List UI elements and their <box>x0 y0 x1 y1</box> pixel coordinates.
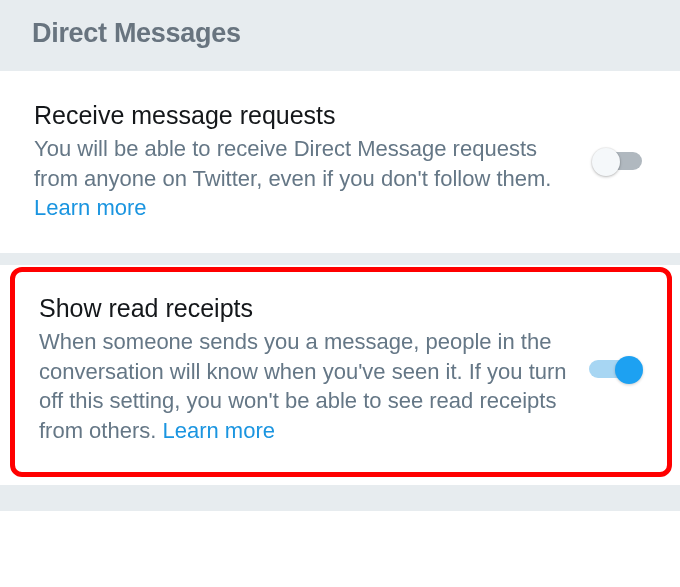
setting-receive-requests: Receive message requests You will be abl… <box>0 71 680 253</box>
read-receipts-toggle[interactable] <box>589 352 645 388</box>
toggle-knob <box>615 356 643 384</box>
setting-text: Receive message requests You will be abl… <box>34 101 574 223</box>
setting-description: When someone sends you a message, people… <box>39 327 569 446</box>
learn-more-link[interactable]: Learn more <box>34 195 147 220</box>
settings-header: Direct Messages <box>0 0 680 71</box>
setting-read-receipts: Show read receipts When someone sends yo… <box>10 267 672 477</box>
setting-description: You will be able to receive Direct Messa… <box>34 134 574 223</box>
setting-description-text: You will be able to receive Direct Messa… <box>34 136 551 191</box>
learn-more-link[interactable]: Learn more <box>162 418 275 443</box>
setting-title: Receive message requests <box>34 101 574 130</box>
setting-description-text: When someone sends you a message, people… <box>39 329 567 443</box>
setting-title: Show read receipts <box>39 294 569 323</box>
setting-text: Show read receipts When someone sends yo… <box>39 294 569 446</box>
footer-strip <box>0 485 680 511</box>
section-divider <box>0 253 680 265</box>
page-title: Direct Messages <box>32 18 648 49</box>
highlighted-region: Show read receipts When someone sends yo… <box>0 265 680 485</box>
toggle-knob <box>592 148 620 176</box>
receive-requests-toggle[interactable] <box>594 144 650 180</box>
